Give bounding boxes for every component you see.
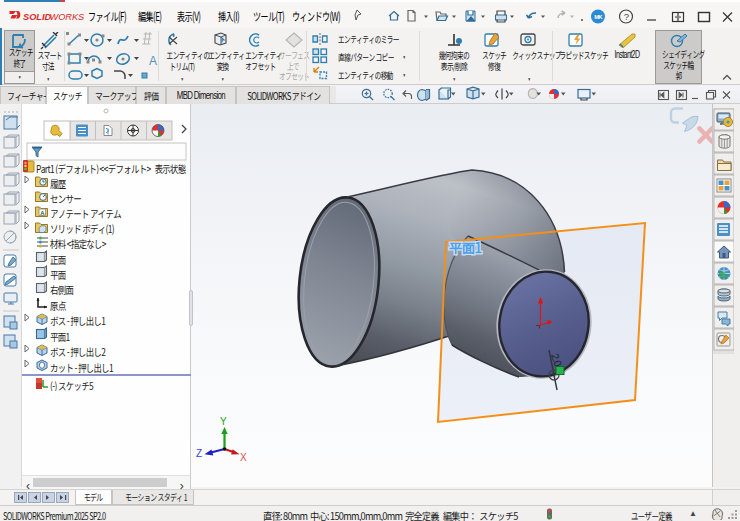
svg-text:A: A (149, 54, 157, 68)
svg-text:WORKS: WORKS (50, 12, 86, 22)
svg-text:SOLID: SOLID (23, 12, 51, 22)
svg-text:Z: Z (196, 448, 202, 459)
svg-text:Y: Y (220, 416, 227, 427)
svg-text:X: X (240, 452, 247, 463)
svg-text:?: ? (624, 11, 629, 22)
svg-text:平面1: 平面1 (449, 237, 481, 257)
